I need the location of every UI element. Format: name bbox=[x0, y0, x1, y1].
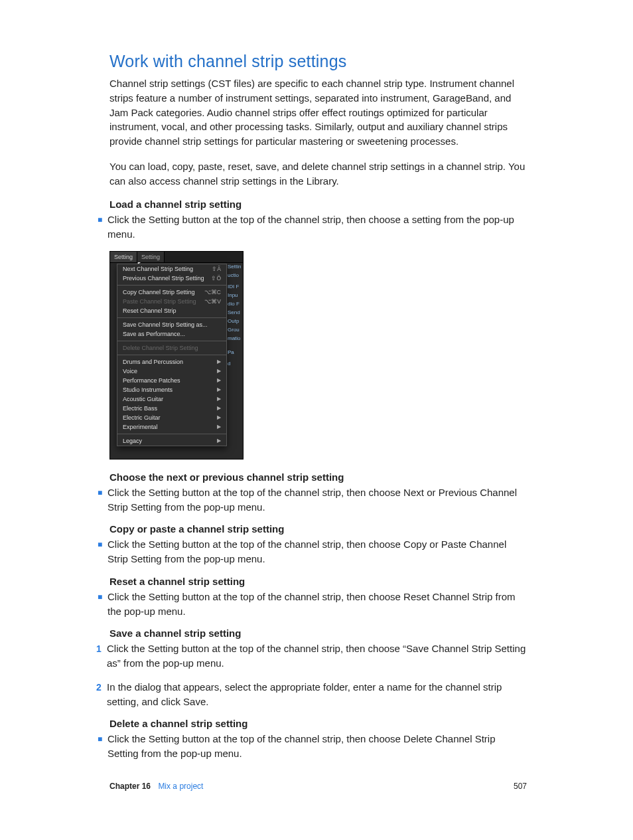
copy-bullet-text: Click the Setting button at the top of t… bbox=[107, 537, 527, 566]
menu-item[interactable]: Copy Channel Strip Setting⌥⌘C bbox=[117, 288, 226, 297]
chevron-right-icon: ▶ bbox=[217, 368, 221, 374]
reset-bullet-text: Click the Setting button at the top of t… bbox=[107, 590, 527, 619]
menu-item[interactable]: Studio Instruments▶ bbox=[117, 385, 226, 394]
bullet-icon: ■ bbox=[98, 212, 107, 242]
footer-chapter: Chapter 16 bbox=[109, 782, 151, 791]
chevron-right-icon: ▶ bbox=[217, 386, 221, 392]
subhead-save: Save a channel strip setting bbox=[109, 628, 527, 639]
popup-menu-screenshot: Setting Setting ↖ Next Channel Strip Set… bbox=[109, 251, 244, 460]
context-menu: Next Channel Strip Setting⇧ÄPrevious Cha… bbox=[117, 264, 227, 446]
menu-item[interactable]: Experimental▶ bbox=[117, 422, 226, 432]
menu-item[interactable]: Delete Channel Strip Setting bbox=[117, 343, 226, 353]
bullet-icon: ■ bbox=[98, 590, 107, 619]
subhead-nextprev: Choose the next or previous channel stri… bbox=[109, 471, 527, 483]
sidebar-labels: SettinuctioIDI FInpudio FSendOutpGroumat… bbox=[227, 262, 243, 368]
bullet-icon: ■ bbox=[98, 537, 107, 566]
menu-item[interactable]: Drums and Percussion▶ bbox=[117, 357, 226, 367]
chevron-right-icon: ▶ bbox=[217, 424, 221, 430]
delete-bullet-text: Click the Setting button at the top of t… bbox=[107, 732, 527, 761]
menu-item[interactable]: Reset Channel Strip bbox=[117, 306, 226, 315]
save-step2-text: In the dialog that appears, select the a… bbox=[107, 680, 527, 709]
bullet-icon: ■ bbox=[98, 732, 107, 761]
step-number-2: 2 bbox=[96, 680, 107, 709]
menu-item[interactable]: Performance Patches▶ bbox=[117, 376, 226, 385]
step-number-1: 1 bbox=[96, 641, 107, 671]
intro-paragraph-2: You can load, copy, paste, reset, save, … bbox=[109, 159, 527, 189]
bullet-icon: ■ bbox=[98, 485, 107, 515]
chevron-right-icon: ▶ bbox=[217, 438, 221, 444]
chevron-right-icon: ▶ bbox=[217, 377, 221, 383]
save-step1-text: Click the Setting button at the top of t… bbox=[107, 641, 527, 671]
menu-item[interactable]: Voice▶ bbox=[117, 367, 226, 376]
footer-title: Mix a project bbox=[158, 782, 203, 791]
tab-setting-1: Setting bbox=[110, 252, 137, 262]
intro-paragraph-1: Channel strip settings (CST files) are s… bbox=[109, 76, 527, 149]
menu-item[interactable]: Electric Bass▶ bbox=[117, 404, 226, 413]
menu-item[interactable]: Previous Channel Strip Setting⇧Ö bbox=[117, 274, 226, 283]
menu-item[interactable]: Save as Performance... bbox=[117, 329, 226, 339]
menu-item[interactable]: Paste Channel Strip Setting⌥⌘V bbox=[117, 297, 226, 306]
menu-item[interactable]: Acoustic Guitar▶ bbox=[117, 394, 226, 404]
menu-item[interactable]: Save Channel Strip Setting as... bbox=[117, 320, 226, 329]
page-footer: Chapter 16 Mix a project 507 bbox=[109, 782, 527, 791]
chevron-right-icon: ▶ bbox=[217, 405, 221, 411]
subhead-reset: Reset a channel strip setting bbox=[109, 576, 527, 587]
load-bullet-text: Click the Setting button at the top of t… bbox=[107, 212, 527, 242]
section-heading: Work with channel strip settings bbox=[109, 52, 527, 71]
footer-page-number: 507 bbox=[514, 782, 527, 791]
menu-item[interactable]: Legacy▶ bbox=[117, 436, 226, 446]
subhead-copy: Copy or paste a channel strip setting bbox=[109, 523, 527, 535]
chevron-right-icon: ▶ bbox=[217, 396, 221, 402]
nextprev-bullet-text: Click the Setting button at the top of t… bbox=[107, 485, 527, 515]
chevron-right-icon: ▶ bbox=[217, 414, 221, 420]
subhead-delete: Delete a channel strip setting bbox=[109, 718, 527, 729]
menu-item[interactable]: Electric Guitar▶ bbox=[117, 413, 226, 422]
menu-item[interactable]: Next Channel Strip Setting⇧Ä bbox=[117, 264, 226, 274]
subhead-load: Load a channel strip setting bbox=[109, 199, 527, 210]
chevron-right-icon: ▶ bbox=[217, 359, 221, 365]
